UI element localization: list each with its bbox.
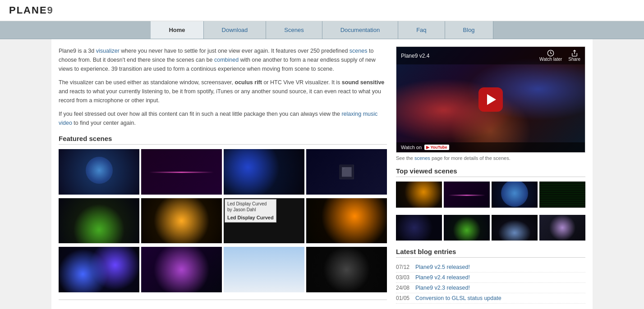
scene-thumb-8[interactable] [306,198,387,244]
blog-date-0: 07/12 [396,264,412,270]
video-bottom-bar: Watch on ▶ YouTube [396,142,585,152]
top-thumb-8[interactable] [539,215,585,241]
tooltip-name-label: Led Display Curved [227,214,274,221]
nav-blog[interactable]: Blog [445,21,493,39]
top-thumb-4[interactable] [539,182,585,207]
featured-scenes-grid-row1 [59,149,387,195]
nav-faq[interactable]: Faq [398,21,445,39]
scenes-page-link[interactable]: scenes [414,155,430,161]
header: PLANE9 [0,0,644,21]
scene-thumb-10[interactable] [141,247,222,292]
left-column: Plane9 is a 3d visualizer where you neve… [59,46,387,309]
watch-on-label: Watch on [401,145,422,150]
featured-scenes-title: Featured scenes [59,135,387,145]
top-viewed-grid-row1 [396,182,585,207]
video-top-controls: Watch later Share [539,50,580,62]
blog-link-0[interactable]: Plane9 v2.5 released! [415,264,470,270]
tooltip-title: Led Display Curved [227,201,274,207]
scene-thumb-9[interactable] [59,247,139,292]
blog-entry-1: 03/03 Plane9 v2.4 released! [396,273,585,283]
featured-scenes-grid-row2: Led Display Curved by Jason Dahl Led Dis… [59,198,387,244]
logo-text: PLANE [9,5,47,16]
scene-thumb-7[interactable]: Led Display Curved by Jason Dahl Led Dis… [224,198,304,244]
share-button[interactable]: Share [568,50,580,62]
logo: PLANE9 [9,5,54,16]
featured-scenes-section: Featured scenes Led Display Curved by Ja… [59,135,387,292]
social-section: Feeling social? If you like Plane9 you c… [59,300,387,309]
scene-thumb-5[interactable] [59,198,139,244]
visualizer-link[interactable]: visualizer [96,48,120,54]
relaxing-video-link[interactable]: relaxing music video [59,111,377,126]
blog-section: Latest blog entries 07/12 Plane9 v2.5 re… [396,248,585,304]
blog-title: Latest blog entries [396,248,585,258]
scene-thumb-1[interactable] [59,149,139,195]
youtube-logo: ▶ YouTube [424,145,449,150]
blog-date-3: 01/05 [396,295,412,301]
nav-home[interactable]: Home [151,21,203,39]
top-viewed-title: Top viewed scenes [396,167,585,177]
blog-entry-3: 01/05 Conversion to GLSL status update [396,293,585,304]
combined-link[interactable]: combined [214,57,239,63]
video-title: Plane9 v2.4 [401,53,429,59]
top-thumb-2[interactable] [444,182,490,207]
led-display-curved-tooltip: Led Display Curved by Jason Dahl Led Dis… [225,199,276,223]
main-content: Plane9 is a 3d visualizer where you neve… [51,39,593,309]
logo-9: 9 [47,5,54,16]
watch-later-button[interactable]: Watch later [539,50,562,62]
tooltip-author: by Jason Dahl [227,207,274,213]
blog-link-1[interactable]: Plane9 v2.4 released! [415,274,470,281]
top-thumb-1[interactable] [396,182,442,207]
top-thumb-3[interactable] [492,182,538,207]
intro-text: Plane9 is a 3d visualizer where you neve… [59,46,387,127]
blog-date-1: 03/03 [396,274,412,281]
top-thumb-5[interactable] [396,215,442,241]
scene-thumb-12[interactable] [306,247,387,292]
nav-download[interactable]: Download [204,21,267,39]
play-button[interactable] [478,87,503,112]
scenes-reference: See the scenes page for more details of … [396,155,585,161]
top-thumb-7[interactable] [492,215,538,241]
nav-documentation[interactable]: Documentation [322,21,398,39]
scene-thumb-2[interactable] [141,149,222,195]
video-container[interactable]: Plane9 v2.4 Watch later Share Watch on ▶… [396,46,585,153]
blog-entry-0: 07/12 Plane9 v2.5 released! [396,262,585,273]
top-viewed-section: Top viewed scenes [396,167,585,241]
top-viewed-grid-row2 [396,215,585,241]
featured-scenes-grid-row3 [59,247,387,292]
blog-link-3[interactable]: Conversion to GLSL status update [415,295,501,301]
video-title-bar: Plane9 v2.4 Watch later Share [396,47,585,64]
blog-date-2: 24/08 [396,285,412,291]
nav-scenes[interactable]: Scenes [266,21,322,39]
right-column: Plane9 v2.4 Watch later Share Watch on ▶… [396,46,585,309]
blog-link-2[interactable]: Plane9 v2.3 released! [415,285,470,291]
scene-thumb-6[interactable] [141,198,222,244]
scene-thumb-11[interactable] [224,247,304,292]
nav: Home Download Scenes Documentation Faq B… [0,21,644,39]
scenes-link[interactable]: scenes [350,48,368,54]
top-thumb-6[interactable] [444,215,490,241]
blog-entry-2: 24/08 Plane9 v2.3 released! [396,283,585,293]
scene-thumb-4[interactable] [306,149,387,195]
scene-thumb-3[interactable] [224,149,304,195]
